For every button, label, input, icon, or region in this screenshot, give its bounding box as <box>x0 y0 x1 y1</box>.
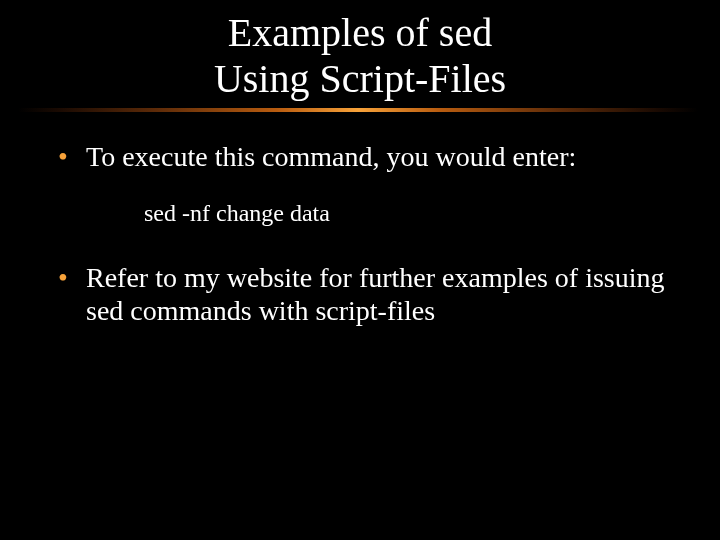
slide-title: Examples of sed Using Script-Files <box>0 0 720 102</box>
title-line-2: Using Script-Files <box>0 56 720 102</box>
example-command: sed -nf change data <box>144 200 672 227</box>
bullet-item-2: Refer to my website for further examples… <box>52 261 672 328</box>
bullet-list: To execute this command, you would enter… <box>52 140 672 174</box>
title-line-1: Examples of sed <box>0 10 720 56</box>
bullet-list-2: Refer to my website for further examples… <box>52 261 672 328</box>
slide: Examples of sed Using Script-Files To ex… <box>0 0 720 540</box>
slide-body: To execute this command, you would enter… <box>0 112 720 328</box>
bullet-item-1: To execute this command, you would enter… <box>52 140 672 174</box>
